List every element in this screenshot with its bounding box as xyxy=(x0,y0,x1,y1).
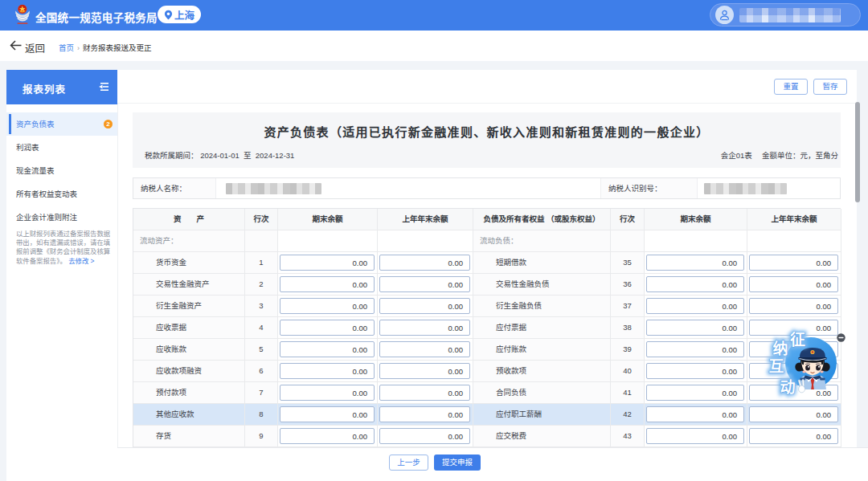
svg-text:纳: 纳 xyxy=(772,340,788,357)
svg-text:互: 互 xyxy=(768,358,784,375)
svg-text:动: 动 xyxy=(780,379,795,396)
svg-text:征: 征 xyxy=(790,331,805,349)
